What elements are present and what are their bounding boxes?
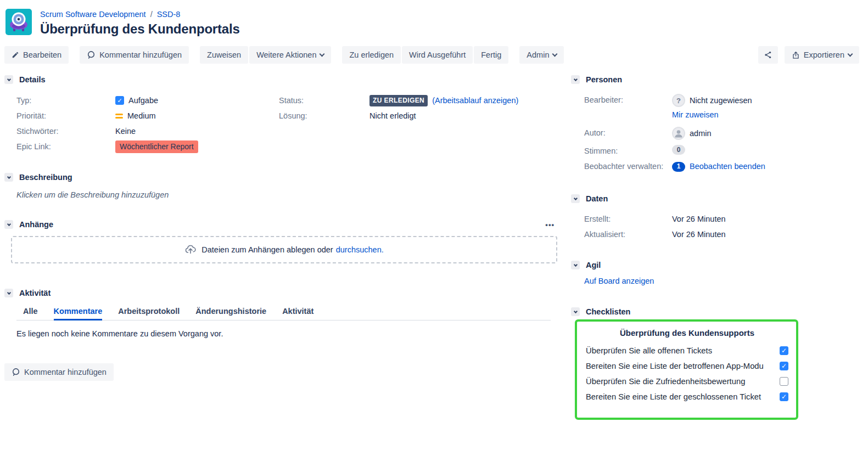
dates-section-header: Daten bbox=[571, 194, 868, 203]
details-section-header: Details bbox=[4, 75, 570, 84]
collapse-chevron-icon[interactable] bbox=[571, 75, 580, 84]
edit-button[interactable]: Bearbeiten bbox=[4, 46, 69, 64]
share-button[interactable] bbox=[758, 46, 778, 64]
created-label: Erstellt: bbox=[584, 211, 672, 226]
description-section-header: Beschreibung bbox=[4, 173, 570, 182]
admin-menu-button[interactable]: Admin bbox=[519, 46, 564, 64]
chevron-down-icon bbox=[552, 51, 558, 57]
description-placeholder[interactable]: Klicken um die Beschreibung hinzuzufügen bbox=[16, 190, 570, 199]
add-comment-button[interactable]: Kommentar hinzufügen bbox=[80, 46, 189, 64]
comment-bubble-icon bbox=[87, 50, 96, 59]
project-avatar-icon[interactable] bbox=[5, 9, 32, 35]
edit-button-label: Bearbeiten bbox=[23, 50, 61, 59]
tab-all[interactable]: Alle bbox=[23, 307, 38, 320]
reporter-label: Autor: bbox=[584, 125, 672, 139]
chevron-down-icon bbox=[848, 51, 853, 57]
transition-todo-label: Zu erledigen bbox=[349, 50, 394, 59]
breadcrumb-project-link[interactable]: Scrum Software Development bbox=[40, 10, 146, 19]
field-votes: Stimmen: 0 bbox=[571, 143, 868, 159]
watchers-count-badge[interactable]: 1 bbox=[672, 162, 685, 172]
transition-done-label: Fertig bbox=[481, 50, 501, 59]
tab-activity[interactable]: Aktivität bbox=[282, 307, 313, 320]
details-section-title: Details bbox=[19, 75, 46, 84]
cloud-upload-icon bbox=[184, 244, 197, 256]
add-comment-bottom-label: Kommentar hinzufügen bbox=[24, 368, 107, 376]
votes-count-badge[interactable]: 0 bbox=[672, 145, 685, 155]
checklist-item: Bereiten Sie eine Liste der geschlossene… bbox=[586, 389, 788, 404]
epic-link-badge[interactable]: Wöchentlicher Report bbox=[115, 140, 198, 153]
attachment-dropzone[interactable]: Dateien zum Anhängen ablegen oder durchs… bbox=[11, 236, 557, 263]
chevron-down-icon bbox=[320, 51, 325, 57]
page-title: Überprüfung des Kundenportals bbox=[40, 21, 240, 37]
checklist-highlight-box: Überprüfung des Kundensupports Überprüfe… bbox=[575, 319, 798, 420]
checklist-checkbox[interactable] bbox=[780, 362, 788, 370]
add-comment-button-label: Kommentar hinzufügen bbox=[99, 50, 182, 59]
breadcrumb-issue-link[interactable]: SSD-8 bbox=[157, 10, 181, 19]
unassigned-avatar-icon: ? bbox=[672, 94, 685, 107]
header-text-block: Scrum Software Development / SSD-8 Überp… bbox=[40, 9, 240, 37]
resolution-value: Nicht erledigt bbox=[369, 111, 416, 120]
epic-link-label: Epic Link: bbox=[16, 142, 115, 151]
collapse-chevron-icon[interactable] bbox=[571, 261, 580, 269]
field-type: Typ: ✓ Aufgabe bbox=[16, 93, 279, 108]
people-section-title: Personen bbox=[586, 75, 622, 84]
checklist-item-label: Überprüfen Sie alle offenen Tickets bbox=[586, 346, 776, 355]
side-column: Personen Bearbeiter: ? Nicht zugewiesen … bbox=[570, 75, 868, 420]
field-priority: Priorität: Medium bbox=[16, 108, 279, 123]
user-avatar-icon bbox=[672, 127, 685, 140]
issue-content: Details Typ: ✓ Aufgabe Priorität: bbox=[0, 75, 868, 420]
checklist-title: Überprüfung des Kundensupports bbox=[586, 328, 788, 338]
collapse-chevron-icon[interactable] bbox=[4, 289, 13, 297]
issue-header: Scrum Software Development / SSD-8 Überp… bbox=[0, 0, 868, 37]
status-label: Status: bbox=[279, 96, 369, 105]
pencil-icon bbox=[12, 51, 19, 59]
labels-label: Stichwörter: bbox=[16, 127, 115, 136]
toolbar: Bearbeiten Kommentar hinzufügen Zuweisen… bbox=[4, 46, 859, 64]
assignee-label: Bearbeiter: bbox=[584, 92, 672, 106]
collapse-chevron-icon[interactable] bbox=[571, 194, 580, 203]
resolution-label: Lösung: bbox=[279, 111, 369, 120]
description-section: Beschreibung Klicken um die Beschreibung… bbox=[4, 173, 570, 199]
transition-todo-button[interactable]: Zu erledigen bbox=[342, 46, 401, 64]
checklist-checkbox[interactable] bbox=[780, 392, 788, 401]
activity-section: Aktivität Alle Kommentare Arbeitsprotoko… bbox=[4, 289, 570, 381]
field-resolution: Lösung: Nicht erledigt bbox=[279, 108, 570, 123]
add-comment-bottom-button[interactable]: Kommentar hinzufügen bbox=[4, 363, 114, 381]
checklist-item: Bereiten Sie eine Liste der betroffenen … bbox=[586, 358, 788, 374]
view-workflow-link[interactable]: (Arbeitsablauf anzeigen) bbox=[432, 96, 518, 105]
checklist-checkbox[interactable] bbox=[780, 346, 788, 355]
browse-files-link[interactable]: durchsuchen. bbox=[336, 245, 384, 254]
more-actions-button[interactable]: Weitere Aktionen bbox=[249, 46, 331, 64]
tab-history[interactable]: Änderungshistorie bbox=[195, 307, 266, 320]
ellipsis-menu-icon[interactable]: ••• bbox=[545, 221, 555, 229]
breadcrumb: Scrum Software Development / SSD-8 bbox=[40, 9, 240, 20]
assign-button[interactable]: Zuweisen bbox=[200, 46, 248, 64]
assign-to-me-link[interactable]: Mir zuweisen bbox=[672, 110, 719, 119]
collapse-chevron-icon[interactable] bbox=[4, 173, 13, 182]
type-value: Aufgabe bbox=[128, 96, 158, 105]
status-badge: ZU ERLEDIGEN bbox=[369, 95, 428, 106]
transition-in-progress-button[interactable]: Wird Ausgeführt bbox=[402, 46, 473, 64]
collapse-chevron-icon[interactable] bbox=[4, 75, 13, 84]
view-on-board-link[interactable]: Auf Board anzeigen bbox=[584, 277, 654, 285]
field-epic-link: Epic Link: Wöchentlicher Report bbox=[16, 139, 279, 154]
transition-done-button[interactable]: Fertig bbox=[474, 46, 508, 64]
priority-medium-icon bbox=[115, 114, 123, 119]
collapse-chevron-icon[interactable] bbox=[4, 220, 13, 229]
export-button[interactable]: Exportieren bbox=[785, 46, 859, 64]
type-label: Typ: bbox=[16, 96, 115, 105]
stop-watching-link[interactable]: Beobachten beenden bbox=[690, 160, 765, 173]
created-value: Vor 26 Minuten bbox=[672, 211, 726, 226]
collapse-chevron-icon[interactable] bbox=[571, 307, 580, 316]
no-comments-message: Es liegen noch keine Kommentare zu diese… bbox=[16, 329, 570, 338]
watchers-label: Beobachter verwalten: bbox=[584, 159, 672, 173]
updated-value: Vor 26 Minuten bbox=[672, 227, 726, 241]
breadcrumb-separator: / bbox=[150, 10, 153, 19]
reporter-value: admin bbox=[690, 127, 712, 140]
transition-in-progress-label: Wird Ausgeführt bbox=[409, 50, 466, 59]
tab-comments[interactable]: Kommentare bbox=[54, 307, 103, 320]
checklist-checkbox[interactable] bbox=[780, 377, 788, 386]
tab-worklog[interactable]: Arbeitsprotokoll bbox=[118, 307, 180, 320]
description-section-title: Beschreibung bbox=[19, 173, 72, 182]
updated-label: Aktualisiert: bbox=[584, 227, 672, 241]
